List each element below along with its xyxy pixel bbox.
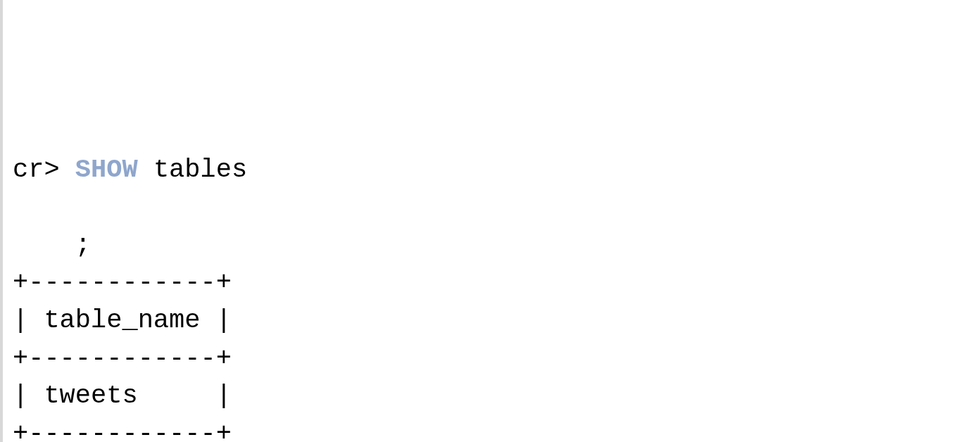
table-header-row: | table_name | (13, 305, 232, 335)
continuation-line: ; (13, 230, 91, 260)
sql-argument: tables (138, 155, 247, 184)
table-border-bottom: +------------+ (13, 419, 232, 442)
prompt-space (60, 155, 75, 184)
sql-keyword: SHOW (75, 155, 138, 184)
table-data-row: | tweets | (13, 381, 232, 410)
terminal-output[interactable]: cr> SHOW tables ; +------------+ | table… (8, 151, 980, 442)
prompt-symbol: cr> (13, 155, 60, 184)
table-border-mid: +------------+ (13, 343, 232, 373)
table-border-top: +------------+ (13, 267, 232, 297)
